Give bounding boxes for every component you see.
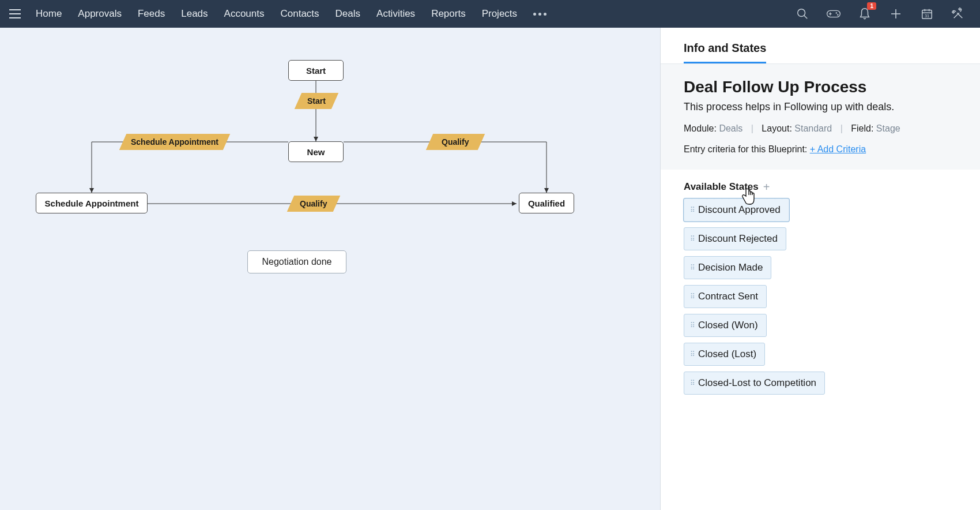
drag-handle-icon[interactable]: ⠿: [690, 264, 695, 272]
nav-item-leads[interactable]: Leads: [181, 8, 208, 20]
gamepad-icon[interactable]: [826, 6, 842, 22]
transition-schedule-appointment[interactable]: Schedule Appointment: [119, 134, 230, 150]
nav-item-contacts[interactable]: Contacts: [280, 8, 319, 20]
svg-marker-18: [314, 137, 318, 141]
add-criteria-link[interactable]: + Add Criteria: [810, 144, 866, 154]
nav-right: 1 31: [794, 6, 973, 22]
drag-handle-icon[interactable]: ⠿: [690, 321, 695, 329]
transition-start[interactable]: Start: [295, 93, 338, 109]
nav-item-feeds[interactable]: Feeds: [138, 8, 165, 20]
state-chip-contract-sent[interactable]: ⠿Contract Sent: [684, 285, 767, 308]
state-chip-closed-won[interactable]: ⠿Closed (Won): [684, 314, 767, 337]
add-state-icon[interactable]: +: [763, 181, 770, 193]
drag-handle-icon[interactable]: ⠿: [690, 350, 695, 358]
nav-item-deals[interactable]: Deals: [336, 8, 360, 20]
process-title: Deal Follow Up Process: [684, 78, 957, 96]
nav-item-projects[interactable]: Projects: [482, 8, 517, 20]
top-navbar: Home Approvals Feeds Leads Accounts Cont…: [0, 0, 980, 28]
drag-handle-icon[interactable]: ⠿: [690, 235, 695, 243]
process-description: This process helps in Following up with …: [684, 101, 957, 113]
nav-item-reports[interactable]: Reports: [431, 8, 466, 20]
state-negotiation-done[interactable]: Negotiation done: [247, 250, 346, 273]
nav-item-activities[interactable]: Activities: [376, 8, 415, 20]
state-new[interactable]: New: [288, 141, 344, 162]
nav-item-accounts[interactable]: Accounts: [224, 8, 265, 20]
blueprint-canvas[interactable]: Start Start New Schedule Appointment Qua…: [0, 28, 660, 510]
tools-icon[interactable]: [950, 6, 966, 22]
state-chip-discount-rejected[interactable]: ⠿Discount Rejected: [684, 227, 786, 250]
drag-handle-icon[interactable]: ⠿: [690, 379, 695, 387]
state-chip-closed-lost-competition[interactable]: ⠿Closed-Lost to Competition: [684, 372, 825, 395]
notification-badge: 1: [867, 2, 876, 10]
plus-icon[interactable]: [888, 6, 904, 22]
process-meta: Module: Deals | Layout: Standard | Field…: [684, 123, 957, 134]
calendar-icon[interactable]: 31: [919, 6, 935, 22]
entry-criteria-row: Entry criteria for this Blueprint: + Add…: [684, 144, 957, 155]
state-schedule-appointment[interactable]: Schedule Appointment: [36, 193, 148, 213]
state-chip-closed-lost[interactable]: ⠿Closed (Lost): [684, 343, 765, 366]
svg-text:31: 31: [925, 13, 929, 18]
available-states-list: ⠿Discount Approved ⠿Discount Rejected ⠿D…: [684, 198, 957, 395]
tab-info-and-states[interactable]: Info and States: [684, 42, 766, 63]
svg-point-8: [836, 12, 837, 13]
nav-item-home[interactable]: Home: [36, 8, 62, 20]
search-icon[interactable]: [794, 6, 811, 22]
state-start[interactable]: Start: [288, 60, 344, 81]
svg-point-9: [837, 14, 838, 15]
drag-handle-icon[interactable]: ⠿: [690, 292, 695, 301]
svg-line-4: [804, 16, 808, 19]
svg-point-3: [798, 9, 805, 17]
svg-marker-22: [512, 201, 517, 206]
nav-more-icon[interactable]: [533, 13, 546, 16]
available-states-heading: Available States +: [684, 181, 957, 193]
nav-item-approvals[interactable]: Approvals: [78, 8, 122, 20]
nav-items: Home Approvals Feeds Leads Accounts Cont…: [36, 8, 517, 20]
svg-marker-20: [544, 188, 549, 193]
state-chip-decision-made[interactable]: ⠿Decision Made: [684, 256, 771, 279]
sidebar: Info and States Deal Follow Up Process T…: [660, 28, 980, 510]
notification-bell-icon[interactable]: 1: [857, 6, 873, 22]
hamburger-menu-icon[interactable]: [7, 6, 23, 22]
transition-qualify-mid[interactable]: Qualify: [287, 196, 340, 212]
state-qualified[interactable]: Qualified: [519, 193, 574, 213]
state-chip-discount-approved[interactable]: ⠿Discount Approved: [684, 198, 789, 222]
drag-handle-icon[interactable]: ⠿: [690, 206, 695, 214]
transition-qualify[interactable]: Qualify: [426, 134, 485, 150]
svg-marker-19: [89, 188, 94, 193]
